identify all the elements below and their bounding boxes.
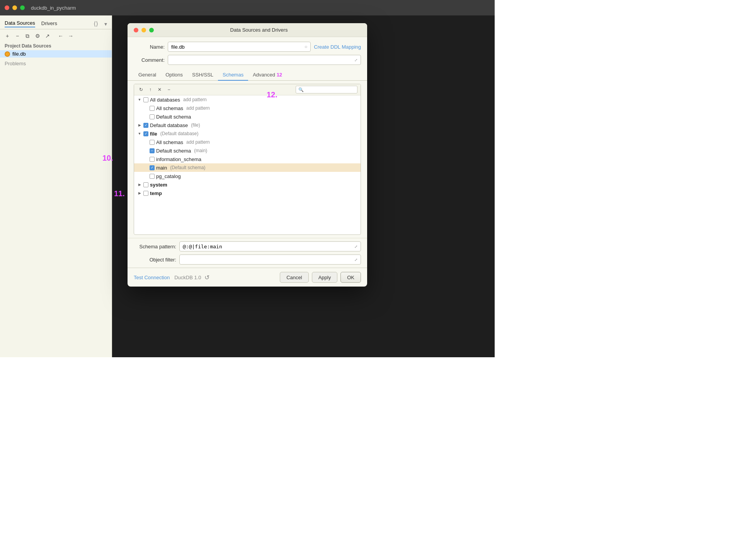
chevron-default-schema-main (143, 148, 148, 153)
checkbox-system[interactable] (143, 182, 148, 187)
footer-refresh-icon[interactable]: ↺ (204, 274, 209, 281)
object-filter-row: Object filter: ⤢ (134, 255, 361, 265)
comment-input-wrapper: ⤢ (168, 55, 361, 65)
apply-button[interactable]: Apply (312, 272, 338, 283)
name-input-wrapper: ○ (168, 42, 311, 52)
tab-advanced[interactable]: Advanced 12 (248, 70, 287, 81)
chevron-main (143, 165, 148, 170)
name-label: Name: (134, 44, 165, 50)
version-text: DuckDB 1.0 (174, 275, 201, 280)
checkbox-temp[interactable] (143, 191, 148, 196)
schema-minus-btn[interactable]: − (165, 86, 173, 93)
comment-input[interactable] (171, 57, 354, 63)
search-icon: 🔍 (298, 87, 304, 92)
dialog-tl-green[interactable] (149, 28, 154, 32)
schema-search-input[interactable] (305, 87, 355, 92)
chevron-all-schemas-2 (143, 140, 148, 144)
name-input-clear-icon[interactable]: ○ (305, 44, 307, 49)
tree-row-file[interactable]: ▼ file (Default database) (134, 129, 361, 138)
checkbox-default-schema-main[interactable] (150, 148, 155, 153)
schema-tree: ▼ All databases add pattern All schemas … (134, 95, 361, 234)
tree-row-information-schema[interactable]: information_schema (134, 155, 361, 163)
tab-general[interactable]: General (134, 70, 161, 81)
bottom-fields: Schema pattern: @:@|file:main ⤢ Object f… (128, 238, 367, 268)
dialog-footer: Test Connection DuckDB 1.0 ↺ Cancel Appl… (128, 268, 367, 287)
ok-button[interactable]: OK (340, 272, 361, 283)
text-main: main (156, 165, 167, 171)
text-file: file (150, 131, 157, 137)
modal-overlay: Data Sources and Drivers Name: ○ Create … (0, 0, 495, 357)
muted-main: (Default schema) (170, 165, 205, 170)
chevron-system: ▶ (137, 182, 142, 187)
schema-pattern-expand-icon[interactable]: ⤢ (354, 244, 357, 249)
checkbox-all-databases[interactable] (143, 97, 148, 102)
chevron-temp: ▶ (137, 191, 142, 195)
comment-label: Comment: (134, 57, 165, 63)
tree-row-temp[interactable]: ▶ temp (134, 189, 361, 197)
schema-pattern-label: Schema pattern: (134, 244, 176, 249)
tree-row-all-schemas-1[interactable]: All schemas add pattern (134, 104, 361, 112)
object-filter-input[interactable] (183, 257, 354, 263)
object-filter-input-wrapper: ⤢ (179, 255, 361, 265)
dialog-title: Data Sources and Drivers (157, 27, 361, 33)
tree-row-system[interactable]: ▶ system (134, 180, 361, 189)
dialog-body: Name: ○ Create DDL Mapping Comment: ⤢ (128, 37, 367, 70)
muted-default-schema-main: (main) (194, 148, 207, 153)
dialog-data-sources: Data Sources and Drivers Name: ○ Create … (128, 23, 367, 287)
text-all-schemas-2: All schemas (156, 139, 183, 145)
test-connection-btn[interactable]: Test Connection (134, 275, 170, 280)
object-filter-expand-icon[interactable]: ⤢ (354, 258, 357, 262)
comment-field-row: Comment: ⤢ (134, 55, 361, 65)
checkbox-main[interactable] (150, 165, 155, 170)
name-field-row: Name: ○ Create DDL Mapping (134, 42, 361, 52)
schema-search-box[interactable]: 🔍 (296, 86, 357, 93)
comment-expand-icon[interactable]: ⤢ (354, 58, 357, 62)
tree-row-default-schema-1[interactable]: Default schema (134, 112, 361, 121)
text-default-schema-main: Default schema (156, 148, 191, 154)
name-input[interactable] (171, 44, 305, 50)
checkbox-all-schemas-2[interactable] (150, 140, 155, 145)
tree-row-default-schema-main[interactable]: Default schema (main) (134, 146, 361, 155)
text-temp: temp (150, 190, 162, 196)
dialog-titlebar: Data Sources and Drivers (128, 23, 367, 37)
tab-options[interactable]: Options (161, 70, 187, 81)
tree-row-pg-catalog[interactable]: pg_catalog (134, 172, 361, 180)
tree-row-main[interactable]: main (Default schema) (134, 163, 361, 172)
checkbox-information-schema[interactable] (150, 157, 155, 162)
tab-schemas[interactable]: Schemas (218, 70, 248, 81)
tab-ssh-ssl[interactable]: SSH/SSL (187, 70, 218, 81)
muted-all-databases: add pattern (183, 97, 207, 102)
schema-toolbar: ↻ ↑ ✕ − 🔍 (134, 84, 361, 95)
chevron-default-schema-1 (143, 114, 148, 119)
chevron-information-schema (143, 157, 148, 161)
text-default-database: Default database (150, 122, 188, 128)
dialog-tab-bar: General Options SSH/SSL Schemas Advanced… (128, 70, 367, 81)
schema-pattern-input-wrapper: @:@|file:main ⤢ (179, 241, 361, 251)
text-information-schema: information_schema (156, 156, 201, 162)
muted-file: (Default database) (160, 131, 199, 136)
create-ddl-link[interactable]: Create DDL Mapping (314, 44, 361, 50)
checkbox-file[interactable] (143, 131, 148, 136)
checkbox-default-database[interactable] (143, 123, 148, 128)
schema-pattern-value[interactable]: @:@|file:main (183, 244, 222, 249)
text-default-schema-1: Default schema (156, 114, 191, 120)
schema-collapse-btn[interactable]: ↑ (146, 86, 154, 93)
muted-default-database: (file) (191, 122, 200, 128)
schema-pattern-row: Schema pattern: @:@|file:main ⤢ (134, 241, 361, 251)
dialog-tl-red[interactable] (134, 28, 138, 32)
checkbox-all-schemas-1[interactable] (150, 106, 155, 111)
tree-row-all-databases[interactable]: ▼ All databases add pattern (134, 95, 361, 104)
chevron-all-schemas-1 (143, 106, 148, 110)
tree-row-default-database[interactable]: ▶ Default database (file) (134, 121, 361, 129)
checkbox-default-schema-1[interactable] (150, 114, 155, 119)
text-pg-catalog: pg_catalog (156, 173, 181, 179)
schema-close-btn[interactable]: ✕ (156, 86, 163, 93)
chevron-all-databases: ▼ (137, 97, 142, 102)
tree-row-all-schemas-2[interactable]: All schemas add pattern (134, 138, 361, 146)
checkbox-pg-catalog[interactable] (150, 174, 155, 179)
schema-refresh-btn[interactable]: ↻ (137, 86, 145, 93)
dialog-tl-yellow[interactable] (141, 28, 146, 32)
cancel-button[interactable]: Cancel (280, 272, 308, 283)
chevron-file: ▼ (137, 131, 142, 136)
text-all-databases: All databases (150, 97, 180, 103)
